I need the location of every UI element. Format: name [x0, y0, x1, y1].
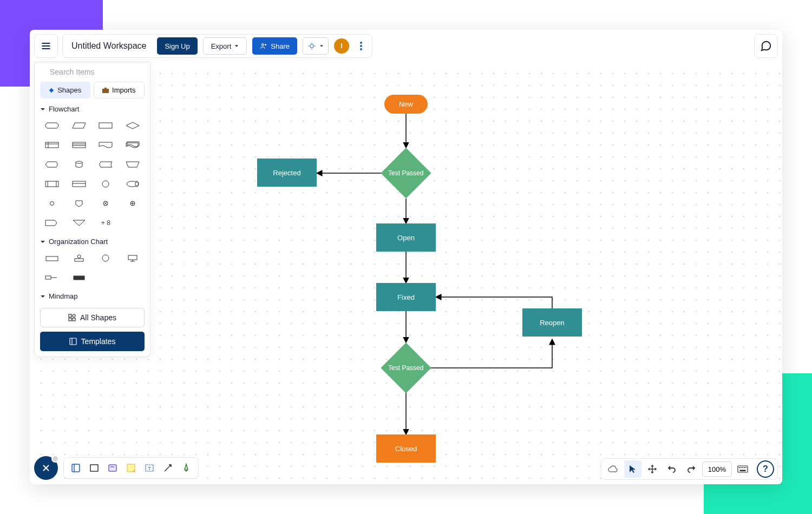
shape-manual-operation[interactable]: [121, 156, 145, 173]
tool-pen[interactable]: [178, 459, 195, 477]
svg-point-81: [746, 467, 746, 468]
search-input[interactable]: [50, 68, 145, 76]
svg-point-6: [310, 44, 314, 48]
orgchart-shapes: [40, 250, 145, 286]
share-icon: [260, 42, 267, 50]
templates-icon: [69, 338, 77, 345]
svg-point-9: [360, 48, 362, 50]
tab-imports[interactable]: Imports: [94, 82, 145, 98]
tool-rectangle[interactable]: [86, 459, 103, 477]
shape-org-circle[interactable]: [94, 250, 118, 266]
shape-process[interactable]: [94, 117, 118, 134]
shape-card[interactable]: [67, 176, 91, 192]
kebab-icon: [360, 42, 362, 50]
shape-database[interactable]: [67, 156, 91, 173]
chevron-down-icon: [40, 107, 45, 112]
flowchart-shapes: + 8: [40, 117, 145, 231]
svg-rect-18: [49, 88, 54, 92]
shape-org-filled[interactable]: [67, 269, 91, 286]
search-icon: [40, 68, 41, 76]
title-bar: Untitled Workspace Sign Up Export Share …: [62, 34, 372, 58]
help-button[interactable]: ?: [757, 460, 774, 478]
diamond-icon: [49, 88, 54, 93]
caret-down-icon[interactable]: [45, 68, 45, 76]
svg-point-46: [77, 255, 81, 258]
svg-rect-54: [74, 276, 84, 280]
section-mindmap[interactable]: Mindmap: [40, 292, 145, 300]
shape-display[interactable]: [40, 156, 64, 173]
tab-shapes[interactable]: Shapes: [40, 82, 90, 98]
svg-point-80: [744, 467, 745, 468]
export-button[interactable]: Export: [203, 37, 247, 55]
share-button[interactable]: Share: [252, 37, 297, 55]
more-menu-button[interactable]: [355, 37, 368, 55]
shape-terminator[interactable]: [40, 117, 64, 134]
node-closed[interactable]: Closed: [376, 434, 436, 463]
node-fixed[interactable]: Fixed: [376, 283, 436, 311]
shape-org-box[interactable]: [40, 250, 64, 266]
shape-decision[interactable]: [121, 117, 145, 134]
zoom-level[interactable]: 100%: [702, 462, 732, 477]
shape-document[interactable]: [94, 137, 118, 153]
svg-point-56: [73, 314, 75, 317]
menu-button[interactable]: [34, 34, 58, 58]
node-reopen[interactable]: Reopen: [522, 308, 582, 337]
svg-rect-22: [99, 123, 112, 128]
ai-assist-button[interactable]: [303, 37, 329, 55]
shape-internal-storage[interactable]: [40, 137, 64, 153]
shape-direct-data[interactable]: [121, 176, 145, 192]
shape-org-label[interactable]: [40, 269, 64, 286]
svg-point-48: [102, 255, 109, 261]
shape-or[interactable]: [121, 195, 145, 212]
shape-data[interactable]: [67, 117, 91, 134]
section-orgchart[interactable]: Organization Chart: [40, 238, 145, 246]
shape-subroutine[interactable]: [40, 176, 64, 192]
workspace-title[interactable]: Untitled Workspace: [71, 41, 146, 51]
move-icon: [648, 465, 657, 473]
svg-rect-20: [104, 88, 107, 89]
node-open[interactable]: Open: [376, 223, 436, 252]
tool-connector[interactable]: [159, 459, 176, 477]
shape-delay[interactable]: [40, 215, 64, 231]
panel-footer: All Shapes Templates: [40, 308, 145, 351]
shape-predefined[interactable]: [67, 137, 91, 153]
shape-off-page-ref[interactable]: [67, 195, 91, 212]
signup-button[interactable]: Sign Up: [157, 37, 197, 55]
shape-summing[interactable]: [94, 195, 118, 212]
templates-button[interactable]: Templates: [40, 332, 145, 351]
redo-button[interactable]: [683, 460, 700, 478]
tool-card[interactable]: [104, 459, 121, 477]
node-test-passed-1[interactable]: Test Passed: [381, 148, 431, 198]
tool-text[interactable]: T: [141, 459, 158, 477]
shape-multi-document[interactable]: [121, 137, 145, 153]
shape-org-person[interactable]: [67, 250, 91, 266]
bottom-right-toolbar: 100% ?: [601, 458, 778, 480]
more-shapes-button[interactable]: + 8: [94, 215, 118, 231]
tool-layout[interactable]: [67, 459, 84, 477]
svg-text:T: T: [148, 466, 151, 471]
keyboard-shortcuts[interactable]: [734, 460, 751, 478]
chat-button[interactable]: [754, 34, 778, 58]
node-test-passed-2[interactable]: Test Passed: [381, 342, 431, 393]
section-flowchart[interactable]: Flowchart: [40, 105, 145, 113]
node-rejected[interactable]: Rejected: [257, 159, 317, 187]
svg-point-77: [739, 467, 740, 468]
shape-connector[interactable]: [94, 176, 118, 192]
shape-stored-data[interactable]: [94, 156, 118, 173]
svg-point-8: [360, 45, 362, 47]
cursor-tool[interactable]: [624, 460, 641, 478]
svg-rect-52: [45, 276, 51, 279]
tool-sticky-note[interactable]: [122, 459, 140, 477]
avatar[interactable]: I: [334, 38, 349, 54]
shape-merge[interactable]: [67, 215, 91, 231]
shape-on-page-ref[interactable]: [40, 195, 64, 212]
shape-org-monitor[interactable]: [121, 250, 145, 266]
cloud-icon: [608, 465, 619, 473]
all-shapes-button[interactable]: All Shapes: [40, 308, 145, 327]
close-panel-button[interactable]: [34, 456, 58, 480]
pan-tool[interactable]: [644, 460, 661, 478]
undo-button[interactable]: [663, 460, 680, 478]
node-new[interactable]: New: [384, 95, 428, 114]
svg-point-78: [741, 467, 742, 468]
sync-status[interactable]: [605, 460, 622, 478]
